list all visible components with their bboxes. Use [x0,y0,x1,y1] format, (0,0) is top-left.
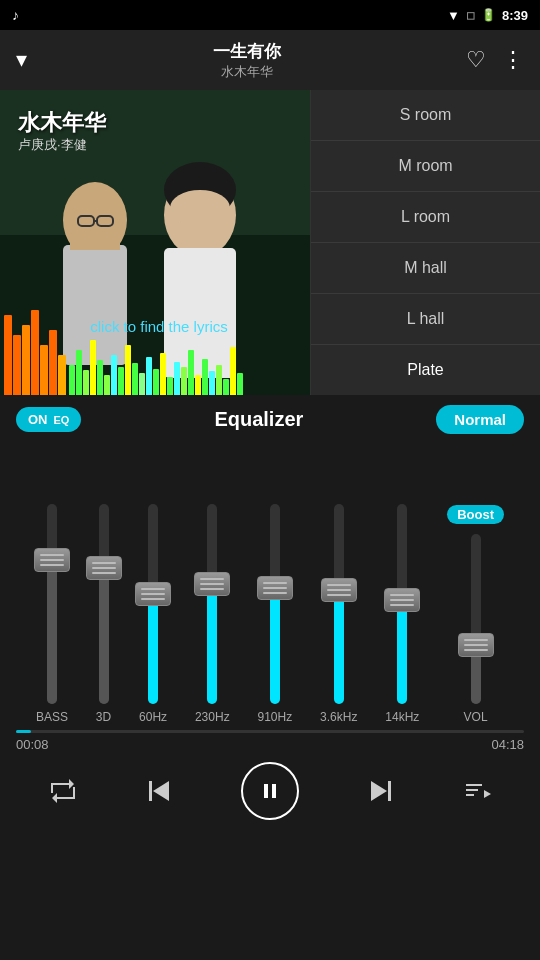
main-area: 水木年华 卢庚戌·李健 click to find the lyrics [0,90,540,395]
favorite-icon[interactable]: ♡ [466,47,486,73]
signal-icon: ◻ [466,9,475,22]
slider-910hz-label: 910Hz [258,710,293,724]
total-time: 04:18 [491,737,524,752]
dropdown-toggle[interactable]: ▾ [16,47,27,73]
current-time: 00:08 [16,737,49,752]
pause-icon [258,779,282,803]
status-right: ▼ ◻ 🔋 8:39 [447,8,528,23]
slider-3d: 3D [96,444,111,724]
song-title: 一生有你 [213,40,281,63]
slider-bass-label: BASS [36,710,68,724]
slider-3d-track[interactable] [99,504,109,704]
header-center: 一生有你 水木年华 [213,40,281,81]
repeat-icon [49,777,77,805]
wifi-icon: ▼ [447,8,460,23]
slider-vol-handle[interactable] [458,633,494,657]
header: ▾ 一生有你 水木年华 ♡ ⋮ [0,30,540,90]
preset-m-hall[interactable]: M hall [311,243,540,294]
next-icon [365,775,397,807]
battery-icon: 🔋 [481,8,496,22]
more-icon[interactable]: ⋮ [502,47,524,73]
boost-badge: Boost [447,505,504,524]
eq-bars-right [69,340,243,395]
slider-910hz-track[interactable] [270,504,280,704]
slider-3khz-track[interactable] [334,504,344,704]
slider-60hz: 60Hz [139,444,167,724]
album-subtitle-text: 卢庚戌·李健 [18,136,87,154]
preset-m-room[interactable]: M room [311,141,540,192]
slider-910hz: 910Hz [258,444,293,724]
clock: 8:39 [502,8,528,23]
slider-60hz-label: 60Hz [139,710,167,724]
equalizer-section: ON EQ Equalizer Normal BASS [0,395,540,724]
preset-plate[interactable]: Plate [311,345,540,395]
repeat-button[interactable] [49,777,77,805]
slider-3khz-handle[interactable] [321,578,357,602]
slider-230hz-track[interactable] [207,504,217,704]
preset-s-room[interactable]: S room [311,90,540,141]
preset-l-hall[interactable]: L hall [311,294,540,345]
svg-point-11 [170,190,230,226]
playlist-button[interactable] [463,777,491,805]
slider-3d-handle[interactable] [86,556,122,580]
progress-bar[interactable] [16,730,524,733]
prev-icon [143,775,175,807]
slider-bass: BASS [36,444,68,724]
slider-60hz-track[interactable] [148,504,158,704]
progress-times: 00:08 04:18 [16,737,524,752]
next-button[interactable] [365,775,397,807]
slider-3khz-label: 3.6kHz [320,710,357,724]
eq-icon-label: EQ [54,414,70,426]
slider-14khz-track[interactable] [397,504,407,704]
progress-bar-fill [16,730,31,733]
slider-3d-label: 3D [96,710,111,724]
slider-60hz-handle[interactable] [135,582,171,606]
slider-14khz-handle[interactable] [384,588,420,612]
transport-controls [0,754,540,836]
eq-on-label: ON [28,412,48,427]
slider-bass-handle[interactable] [34,548,70,572]
eq-bars-left [4,310,66,395]
slider-230hz-handle[interactable] [194,572,230,596]
status-bar: ♪ ▼ ◻ 🔋 8:39 [0,0,540,30]
progress-section: 00:08 04:18 [0,724,540,754]
eq-mode-button[interactable]: Normal [436,405,524,434]
pause-button[interactable] [241,762,299,820]
sliders-area: BASS 3D [16,444,524,724]
music-status-icon: ♪ [12,7,19,23]
album-title-text: 水木年华 [18,108,106,138]
slider-14khz: 14kHz [385,444,419,724]
slider-230hz: 230Hz [195,444,230,724]
eq-preset-menu: S room M room L room M hall L hall Plate [310,90,540,395]
svg-rect-4 [70,230,120,250]
slider-vol: Boost VOL [447,444,504,724]
playlist-icon [463,777,491,805]
artist-name: 水木年华 [213,63,281,81]
equalizer-title: Equalizer [214,408,303,431]
prev-button[interactable] [143,775,175,807]
header-icons: ♡ ⋮ [466,47,524,73]
slider-vol-label: VOL [464,710,488,724]
slider-230hz-label: 230Hz [195,710,230,724]
slider-3khz: 3.6kHz [320,444,357,724]
album-art[interactable]: 水木年华 卢庚戌·李健 click to find the lyrics [0,90,310,395]
slider-bass-track[interactable] [47,504,57,704]
slider-910hz-handle[interactable] [257,576,293,600]
slider-vol-track[interactable] [471,534,481,704]
eq-visualization [0,305,310,395]
eq-header: ON EQ Equalizer Normal [16,405,524,434]
slider-14khz-label: 14kHz [385,710,419,724]
preset-l-room[interactable]: L room [311,192,540,243]
eq-toggle[interactable]: ON EQ [16,407,81,432]
status-left: ♪ [12,7,19,23]
